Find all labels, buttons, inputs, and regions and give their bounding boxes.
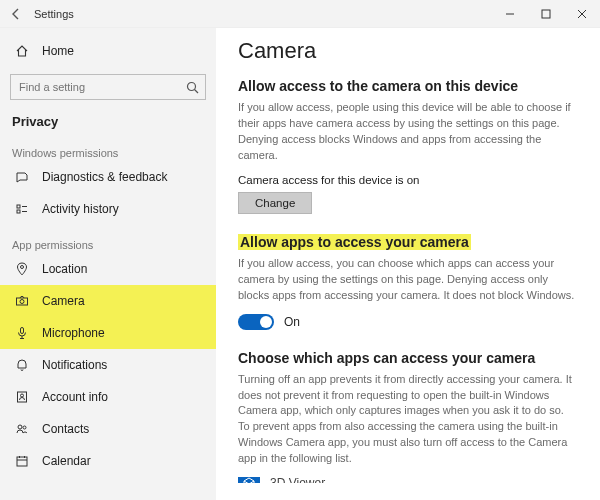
toggle-thumb	[260, 316, 272, 328]
contacts-icon	[12, 422, 32, 436]
sidebar-item-activity[interactable]: Activity history	[0, 193, 216, 225]
sidebar-category: Privacy	[0, 104, 216, 133]
sidebar-label: Microphone	[32, 326, 105, 340]
search-input[interactable]	[19, 81, 186, 93]
toggle-label: On	[284, 315, 300, 329]
sidebar-item-microphone[interactable]: Microphone	[0, 317, 216, 349]
notifications-icon	[12, 358, 32, 372]
sidebar-item-location[interactable]: Location	[0, 253, 216, 285]
svg-point-14	[18, 425, 22, 429]
home-icon	[12, 44, 32, 58]
section-choose-apps: Choose which apps can access your camera…	[238, 350, 584, 484]
svg-rect-4	[17, 205, 20, 208]
microphone-icon	[12, 326, 32, 340]
back-button[interactable]	[0, 0, 32, 28]
sidebar-item-account[interactable]: Account info	[0, 381, 216, 413]
page-title: Camera	[238, 38, 584, 64]
device-access-status: Camera access for this device is on	[238, 174, 584, 186]
home-label: Home	[32, 44, 74, 58]
sidebar-label: Diagnostics & feedback	[32, 170, 167, 184]
section-device-access: Allow access to the camera on this devic…	[238, 78, 584, 214]
calendar-icon	[12, 454, 32, 468]
svg-rect-5	[17, 210, 20, 213]
toggle-track	[238, 314, 274, 330]
sidebar-item-notifications[interactable]: Notifications	[0, 349, 216, 381]
section-desc: If you allow access, you can choose whic…	[238, 256, 578, 304]
app-row-3dviewer[interactable]: 3D Viewer	[238, 477, 584, 483]
search-input-container[interactable]	[10, 74, 206, 100]
svg-line-3	[195, 89, 199, 93]
window-controls	[492, 0, 600, 28]
camera-icon	[12, 294, 32, 308]
account-icon	[12, 390, 32, 404]
location-icon	[12, 262, 32, 276]
sidebar-label: Activity history	[32, 202, 119, 216]
highlighted-title: Allow apps to access your camera	[238, 234, 471, 250]
svg-point-10	[20, 300, 24, 304]
group-windows-permissions: Windows permissions	[0, 133, 216, 161]
main-area: Home Privacy Windows permissions Diagnos…	[0, 28, 600, 500]
svg-point-2	[188, 82, 196, 90]
sidebar-item-calendar[interactable]: Calendar	[0, 445, 216, 477]
maximize-button[interactable]	[528, 0, 564, 28]
app-access-toggle[interactable]: On	[238, 314, 584, 330]
sidebar-item-diagnostics[interactable]: Diagnostics & feedback	[0, 161, 216, 193]
section-title: Choose which apps can access your camera	[238, 350, 584, 366]
svg-rect-11	[21, 328, 24, 334]
sidebar-label: Calendar	[32, 454, 91, 468]
section-desc: If you allow access, people using this d…	[238, 100, 578, 164]
svg-point-15	[23, 426, 26, 429]
group-app-permissions: App permissions	[0, 225, 216, 253]
close-button[interactable]	[564, 0, 600, 28]
sidebar-item-camera[interactable]: Camera	[0, 285, 216, 317]
content-area: Camera Allow access to the camera on thi…	[216, 28, 600, 500]
activity-icon	[12, 202, 32, 216]
sidebar-label: Location	[32, 262, 87, 276]
svg-point-13	[21, 394, 24, 397]
search-icon	[186, 81, 199, 94]
change-button[interactable]: Change	[238, 192, 312, 214]
sidebar-item-home[interactable]: Home	[0, 36, 216, 66]
svg-rect-1	[542, 10, 550, 18]
titlebar: Settings	[0, 0, 600, 28]
section-desc: Turning off an app prevents it from dire…	[238, 372, 578, 468]
section-title: Allow access to the camera on this devic…	[238, 78, 584, 94]
app-label: 3D Viewer	[270, 477, 325, 483]
app-icon	[238, 477, 260, 483]
sidebar-label: Account info	[32, 390, 108, 404]
sidebar-item-contacts[interactable]: Contacts	[0, 413, 216, 445]
sidebar-label: Camera	[32, 294, 85, 308]
sidebar: Home Privacy Windows permissions Diagnos…	[0, 28, 216, 500]
sidebar-label: Notifications	[32, 358, 107, 372]
svg-point-8	[21, 266, 24, 269]
feedback-icon	[12, 170, 32, 184]
minimize-button[interactable]	[492, 0, 528, 28]
section-app-access: Allow apps to access your camera If you …	[238, 234, 584, 330]
sidebar-label: Contacts	[32, 422, 89, 436]
svg-rect-16	[17, 457, 27, 466]
section-title: Allow apps to access your camera	[238, 234, 584, 250]
window-title: Settings	[32, 8, 492, 20]
